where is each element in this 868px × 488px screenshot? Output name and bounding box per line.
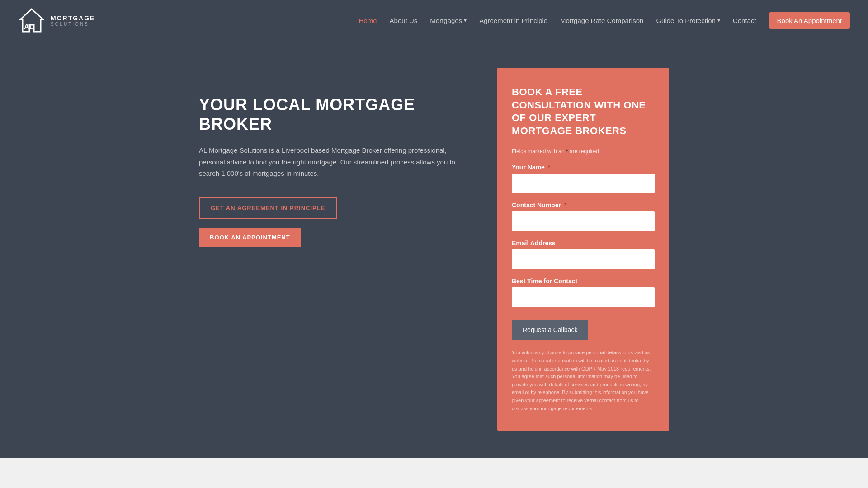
email-label: Email Address [512, 239, 655, 247]
contact-input[interactable] [512, 211, 655, 231]
logo-icon: AL [18, 7, 45, 34]
hero-description: AL Mortgage Solutions is a Liverpool bas… [199, 145, 461, 179]
contact-label: Contact Number * [512, 202, 655, 209]
nav-agreement[interactable]: Agreement in Principle [479, 17, 547, 24]
header: AL MORTGAGE SOLUTIONS Home About Us Mort… [0, 0, 868, 41]
nav-contact[interactable]: Contact [733, 17, 756, 24]
main-content: YOUR LOCAL MORTGAGE BROKER AL Mortgage S… [0, 41, 868, 458]
hero-section: YOUR LOCAL MORTGAGE BROKER AL Mortgage S… [199, 68, 461, 247]
form-title: BOOK A FREE CONSULTATION WITH ONE OF OUR… [512, 86, 655, 137]
consultation-form: BOOK A FREE CONSULTATION WITH ONE OF OUR… [497, 68, 669, 431]
contact-group: Contact Number * [512, 202, 655, 231]
name-label: Your Name * [512, 164, 655, 171]
best-time-group: Best Time for Contact [512, 277, 655, 307]
footer-bar [0, 458, 868, 488]
fields-note: Fields marked with an * are required [512, 148, 655, 155]
agreement-button[interactable]: GET AN AGREEMENT IN PRINCIPLE [199, 197, 337, 219]
nav-guide-protection[interactable]: Guide To Protection [656, 17, 720, 24]
nav-home[interactable]: Home [359, 17, 377, 24]
nav-about[interactable]: About Us [390, 17, 418, 24]
logo-text: MORTGAGE SOLUTIONS [51, 14, 95, 27]
nav-rate-comparison[interactable]: Mortgage Rate Comparison [560, 17, 643, 24]
request-callback-button[interactable]: Request a Callback [512, 320, 588, 340]
appointment-button[interactable]: BOOK AN APPOINTMENT [199, 228, 301, 247]
name-group: Your Name * [512, 164, 655, 193]
svg-text:AL: AL [24, 23, 34, 31]
logo-solutions: SOLUTIONS [51, 22, 95, 27]
nav-book-appointment[interactable]: Book An Appointment [769, 12, 850, 29]
logo-mortgage: MORTGAGE [51, 14, 95, 22]
privacy-text: You voluntarily choose to provide person… [512, 349, 655, 413]
email-input[interactable] [512, 249, 655, 269]
hero-title: YOUR LOCAL MORTGAGE BROKER [199, 95, 461, 134]
main-nav: Home About Us Mortgages Agreement in Pri… [359, 12, 850, 29]
nav-mortgages[interactable]: Mortgages [430, 17, 467, 24]
logo[interactable]: AL MORTGAGE SOLUTIONS [18, 7, 95, 34]
name-input[interactable] [512, 174, 655, 193]
email-group: Email Address [512, 239, 655, 269]
best-time-label: Best Time for Contact [512, 277, 655, 285]
best-time-input[interactable] [512, 287, 655, 307]
